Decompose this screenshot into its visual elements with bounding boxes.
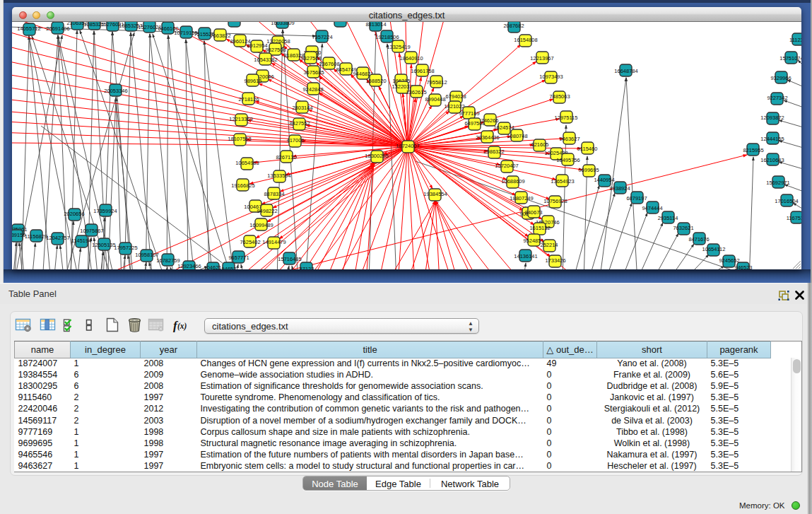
svg-text:6879197: 6879197 [626,195,647,201]
svg-text:8938924: 8938924 [609,185,630,192]
svg-text:16782759: 16782759 [156,257,180,264]
svg-text:8267130: 8267130 [276,154,296,160]
svg-text:14055712: 14055712 [17,25,40,32]
svg-text:20053346: 20053346 [104,88,127,94]
svg-text:3675685: 3675685 [303,69,324,76]
svg-text:10688609: 10688609 [501,178,524,185]
svg-text:746266: 746266 [481,117,498,124]
svg-text:2803144: 2803144 [292,105,312,111]
svg-text:19384554: 19384554 [423,191,447,197]
svg-text:16099489: 16099489 [249,222,273,228]
svg-text:8878334: 8878334 [264,191,284,197]
svg-text:18107553: 18107553 [228,136,251,142]
svg-text:9463627: 9463627 [559,136,579,142]
svg-text:1440954: 1440954 [594,177,614,183]
svg-text:8912954: 8912954 [247,42,267,49]
svg-text:16033809: 16033809 [271,22,294,26]
svg-text:12444155: 12444155 [760,136,784,142]
svg-text:16648784: 16648784 [614,68,637,74]
svg-text:7357224: 7357224 [312,34,332,40]
svg-text:15716485: 15716485 [278,256,301,262]
svg-text:12213967: 12213967 [530,55,553,62]
svg-text:9227342: 9227342 [767,95,787,101]
svg-text:104621: 104621 [204,264,221,269]
svg-text:16543382: 16543382 [254,57,277,63]
svg-text:14914479: 14914479 [262,239,286,245]
svg-text:1615132: 1615132 [529,225,550,231]
svg-text:12505135: 12505135 [92,242,115,248]
svg-text:2718126: 2718126 [238,96,259,103]
svg-text:1733426: 1733426 [545,257,565,264]
svg-text:160338: 160338 [225,22,243,23]
svg-text:19218506: 19218506 [375,34,399,40]
svg-text:9699695: 9699695 [578,167,599,173]
svg-text:8813014: 8813014 [365,22,386,28]
svg-text:87123: 87123 [300,266,314,269]
svg-text:8215955: 8215955 [743,147,763,153]
svg-text:1167534: 1167534 [787,215,801,221]
svg-text:18300295: 18300295 [365,153,388,159]
svg-text:1624574: 1624574 [493,124,514,131]
svg-text:191850: 191850 [331,22,349,23]
svg-text:8990448: 8990448 [425,96,445,103]
svg-text:13533594: 13533594 [267,173,290,179]
svg-text:17359924: 17359924 [93,208,117,214]
svg-text:17957225: 17957225 [114,245,137,251]
svg-text:15751074: 15751074 [779,55,801,62]
svg-text:1421022: 1421022 [444,103,464,110]
svg-text:12093872: 12093872 [760,115,784,121]
svg-text:12975115: 12975115 [555,115,578,121]
svg-text:7632621: 7632621 [673,225,693,231]
svg-text:7485063: 7485063 [549,93,570,100]
svg-text:18495756: 18495756 [556,157,579,163]
svg-text:10654112: 10654112 [702,246,726,252]
svg-text:18640910: 18640910 [399,55,423,62]
svg-text:16961758: 16961758 [411,68,434,74]
svg-text:9327508: 9327508 [300,55,321,62]
svg-text:15720407: 15720407 [495,163,518,169]
svg-text:12213369: 12213369 [229,116,252,122]
svg-text:(x): (x) [177,322,187,331]
svg-text:621605: 621605 [531,141,548,148]
svg-text:9115460: 9115460 [577,146,598,152]
svg-text:15692971: 15692971 [766,180,789,186]
svg-text:8427552: 8427552 [289,120,310,127]
svg-text:19166825: 19166825 [231,182,254,189]
svg-text:9498222: 9498222 [257,208,277,214]
svg-text:2087682: 2087682 [503,23,524,29]
svg-text:9245652: 9245652 [719,257,739,264]
svg-text:16210643: 16210643 [760,157,784,163]
svg-text:10973493: 10973493 [539,74,563,80]
svg-text:417006: 417006 [286,137,304,144]
svg-text:12923466: 12923466 [177,263,201,269]
svg-text:7625402: 7625402 [240,239,260,245]
svg-text:20691406: 20691406 [46,25,69,32]
svg-text:13325419: 13325419 [387,44,410,50]
svg-text:18807249: 18807249 [510,195,533,201]
svg-text:2020656: 2020656 [64,211,84,217]
svg-text:10756928: 10756928 [543,198,567,204]
svg-text:7955812: 7955812 [426,79,447,86]
svg-text:989615: 989615 [244,78,261,84]
svg-text:1362615: 1362615 [406,89,426,95]
svg-text:111239: 111239 [789,37,801,43]
svg-text:10654983: 10654983 [235,160,259,166]
svg-text:14136141: 14136141 [514,253,537,259]
svg-text:946523: 946523 [734,264,752,269]
svg-text:6794028: 6794028 [445,93,466,100]
svg-text:9827508: 9827508 [265,47,286,53]
svg-text:939159: 939159 [12,232,26,238]
svg-text:1080748: 1080748 [507,133,527,139]
svg-text:2935114: 2935114 [658,215,678,221]
svg-text:1588520: 1588520 [365,78,386,84]
svg-text:13654923: 13654923 [551,178,574,185]
svg-text:9657771: 9657771 [228,255,249,261]
svg-text:16154808: 16154808 [514,37,537,43]
svg-text:9777169: 9777169 [459,110,479,117]
svg-text:94652: 94652 [222,266,237,269]
svg-text:10975867: 10975867 [80,228,103,234]
svg-text:20364436: 20364436 [476,134,499,141]
svg-text:840673: 840673 [524,209,542,216]
svg-text:9329966: 9329966 [770,75,791,81]
svg-text:17016504: 17016504 [775,198,798,204]
